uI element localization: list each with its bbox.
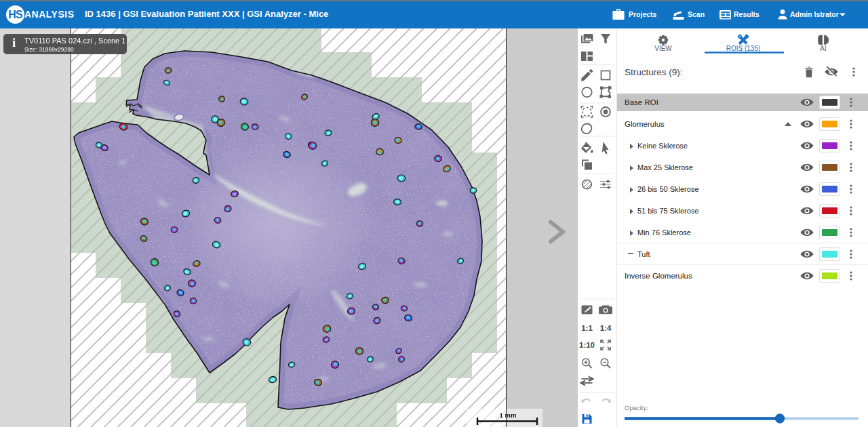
- svg-text:1:1: 1:1: [581, 324, 593, 332]
- svg-text:1:4: 1:4: [600, 324, 612, 332]
- svg-text:1 mm: 1 mm: [500, 411, 517, 419]
- svg-text:1:10: 1:10: [579, 341, 595, 349]
